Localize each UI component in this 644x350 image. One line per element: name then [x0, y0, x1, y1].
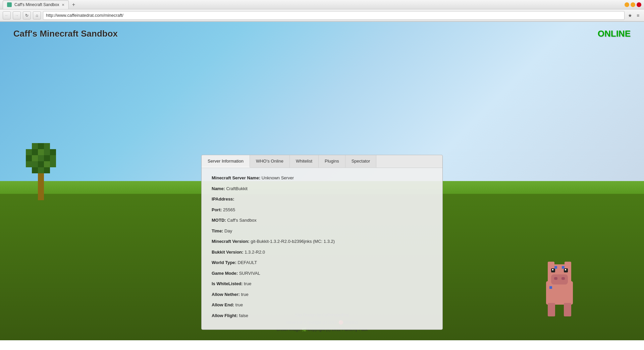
allow-nether-value: true — [241, 292, 248, 297]
svg-rect-8 — [561, 277, 565, 280]
tools-icon[interactable]: ≡ — [635, 12, 641, 19]
tab-whitelist-label: Whitelist — [296, 159, 312, 164]
minecraft-server-name-row: Minecraft Server Name: Unknown Server — [212, 175, 432, 181]
whitelisted-value: true — [244, 281, 251, 286]
tab-navigation: Server Information WHO's Online Whitelis… — [202, 155, 442, 168]
bookmark-icon[interactable]: ★ — [627, 12, 633, 19]
svg-rect-14 — [548, 262, 554, 268]
minecraft-server-name-label: Minecraft Server Name: — [212, 175, 260, 180]
allow-nether-row: Allow Nether: true — [212, 291, 432, 298]
home-icon: ⌂ — [36, 13, 38, 18]
maximize-btn[interactable] — [631, 2, 635, 7]
site-title: Caff's Minecraft Sandbox — [13, 29, 118, 39]
name-value: CraftBukkit — [226, 186, 248, 191]
pig-character — [539, 254, 580, 315]
title-bar: Caff's Minecraft Sandbox ✕ + — [0, 0, 644, 9]
svg-rect-10 — [562, 266, 565, 269]
tab-spectator[interactable]: Spectator — [345, 155, 377, 168]
address-bar[interactable]: http://www.caffeinatedrat.com/minecraft/ — [43, 11, 625, 20]
game-mode-value: SURVIVAL — [239, 270, 260, 275]
minimize-btn[interactable] — [625, 2, 629, 7]
bukkit-version-label: Bukkit Version: — [212, 249, 244, 254]
nav-bar: ← → ↻ ⌂ http://www.caffeinatedrat.com/mi… — [0, 9, 644, 21]
forward-icon: → — [15, 13, 19, 18]
browser-tab[interactable]: Caff's Minecraft Sandbox ✕ — [3, 0, 69, 9]
motd-label: MOTD: — [212, 218, 226, 223]
back-icon: ← — [5, 13, 9, 18]
minecraft-server-name-value: Unknown Server — [262, 175, 294, 180]
whitelisted-label: Is WhiteListed: — [212, 281, 243, 286]
allow-end-row: Allow End: true — [212, 302, 432, 308]
tab-favicon — [7, 2, 12, 7]
refresh-button[interactable]: ↻ — [23, 11, 31, 19]
tab-whitelist[interactable]: Whitelist — [290, 155, 319, 168]
tree-trunk-4 — [38, 193, 44, 200]
tab-server-information-label: Server Information — [208, 159, 244, 164]
forward-button[interactable]: → — [13, 11, 21, 19]
motd-row: MOTD: Caff's Sandbox — [212, 217, 432, 224]
allow-nether-label: Allow Nether: — [212, 292, 240, 297]
svg-rect-5 — [552, 269, 553, 270]
tab-plugins-label: Plugins — [325, 159, 339, 164]
allow-flight-value: false — [239, 313, 248, 318]
tree-trunk-3 — [38, 187, 44, 193]
port-label: Port: — [212, 207, 222, 212]
port-row: Port: 25565 — [212, 206, 432, 213]
svg-rect-11 — [549, 286, 552, 289]
mc-version-label: Minecraft Version: — [212, 239, 250, 244]
mc-version-value: git-Bukkit-1.3.2-R2.0-b2396jnks (MC: 1.3… — [251, 239, 335, 244]
back-button[interactable]: ← — [3, 11, 11, 19]
time-value: Day — [224, 228, 232, 233]
whitelisted-row: Is WhiteListed: true — [212, 280, 432, 287]
close-btn[interactable] — [637, 2, 641, 7]
page-header: Caff's Minecraft Sandbox ONLINE — [0, 29, 644, 39]
new-tab-button[interactable]: + — [69, 1, 78, 9]
browser-nav-icons: ★ ≡ — [627, 12, 641, 19]
bukkit-version-value: 1.3.2-R2.0 — [245, 249, 265, 254]
tab-close-btn[interactable]: ✕ — [62, 3, 64, 7]
decorative-tree — [26, 143, 56, 200]
tree-trunk — [38, 173, 44, 180]
allow-flight-row: Allow Flight: false — [212, 312, 432, 319]
page-background: Caff's Minecraft Sandbox ONLINE — [0, 22, 644, 340]
ip-row: IPAddress: — [212, 196, 432, 203]
tab-spectator-label: Spectator — [352, 159, 370, 164]
port-value: 25565 — [223, 207, 235, 212]
bukkit-version-row: Bukkit Version: 1.3.2-R2.0 — [212, 249, 432, 255]
game-mode-row: Game Mode: SURVIVAL — [212, 270, 432, 276]
time-row: Time: Day — [212, 227, 432, 234]
allow-end-label: Allow End: — [212, 302, 234, 307]
svg-rect-12 — [548, 303, 555, 316]
tree-leaves — [26, 143, 56, 173]
home-button[interactable]: ⌂ — [33, 11, 41, 19]
refresh-icon: ↻ — [25, 13, 29, 18]
time-label: Time: — [212, 228, 223, 233]
svg-rect-7 — [554, 277, 557, 280]
game-mode-label: Game Mode: — [212, 270, 238, 275]
tab-plugins[interactable]: Plugins — [319, 155, 345, 168]
panel-content: Minecraft Server Name: Unknown Server Na… — [202, 168, 442, 330]
svg-rect-15 — [565, 262, 571, 268]
svg-rect-9 — [554, 266, 557, 269]
tab-whos-online[interactable]: WHO's Online — [250, 155, 290, 168]
world-type-label: World Type: — [212, 260, 236, 265]
url-text: http://www.caffeinatedrat.com/minecraft/ — [46, 13, 123, 18]
allow-flight-label: Allow Flight: — [212, 313, 238, 318]
motd-value: Caff's Sandbox — [227, 218, 257, 223]
server-panel: Server Information WHO's Online Whitelis… — [201, 155, 443, 330]
tree-trunk-2 — [38, 180, 44, 187]
tab-server-information[interactable]: Server Information — [202, 155, 250, 168]
allow-end-value: true — [235, 302, 243, 307]
svg-rect-2 — [551, 274, 568, 285]
name-label: Name: — [212, 186, 225, 191]
tab-title: Caff's Minecraft Sandbox — [14, 2, 59, 7]
browser-chrome: Caff's Minecraft Sandbox ✕ + ← → ↻ ⌂ htt… — [0, 0, 644, 22]
svg-rect-13 — [564, 303, 571, 316]
ip-label: IPAddress: — [212, 196, 234, 202]
svg-rect-6 — [565, 269, 566, 270]
name-row: Name: CraftBukkit — [212, 185, 432, 192]
pig-svg — [539, 254, 580, 321]
world-type-row: World Type: DEFAULT — [212, 259, 432, 266]
world-type-value: DEFAULT — [238, 260, 257, 265]
tab-whos-online-label: WHO's Online — [256, 159, 283, 164]
